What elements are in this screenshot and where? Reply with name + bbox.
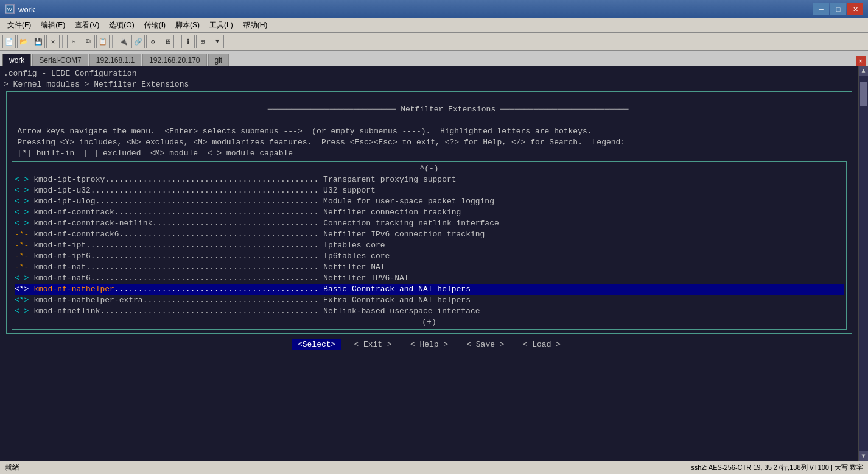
tab-work[interactable]: work <box>2 54 31 66</box>
scrollbar: ▲ ▼ <box>858 66 868 461</box>
menu-file[interactable]: 文件(F) <box>2 19 36 32</box>
nf-outer-box: ─────────────────────────── Netfilter Ex… <box>6 91 852 334</box>
menu-script[interactable]: 脚本(S) <box>170 19 205 32</box>
status-bar: 就绪 ssh2: AES-256-CTR 19, 35 27行,138列 VT1… <box>0 461 868 474</box>
nf-list-box: ^(-) < > kmod-ipt-tproxy................… <box>12 161 847 330</box>
menu-options[interactable]: 选项(O) <box>104 19 139 32</box>
tool-settings[interactable]: ⚙ <box>146 35 159 48</box>
list-item[interactable]: -*- kmod-nf-conntrack6..................… <box>15 229 844 240</box>
title-text: work <box>18 5 35 14</box>
exit-button[interactable]: < Exit > <box>348 339 397 350</box>
menu-tools[interactable]: 工具(L) <box>205 19 238 32</box>
scroll-down-indicator: (+) <box>15 317 844 328</box>
tab-ip2[interactable]: 192.168.20.170 <box>142 54 206 66</box>
menu-edit[interactable]: 编辑(E) <box>36 19 70 32</box>
menu-view[interactable]: 查看(V) <box>70 19 104 32</box>
list-item[interactable]: -*- kmod-nf-ipt.........................… <box>15 240 844 251</box>
list-item[interactable]: < > kmod-nfnetlink......................… <box>15 306 844 317</box>
list-item[interactable]: < > kmod-nf-conntrack-netlink...........… <box>15 218 844 229</box>
list-item[interactable]: <*> kmod-nf-nathelper-extra.............… <box>15 295 844 306</box>
help-text-3: [*] built-in [ ] excluded <M> module < >… <box>8 148 850 159</box>
svg-text:W: W <box>7 7 12 12</box>
scroll-up-arrow[interactable]: ▲ <box>859 66 869 76</box>
tab-close-btn[interactable]: ✕ <box>856 56 866 66</box>
tab-ip2-label: 192.168.20.170 <box>149 56 200 65</box>
entries-container: < > kmod-ipt-tproxy.....................… <box>15 174 844 317</box>
tool-new[interactable]: 📄 <box>2 35 16 48</box>
kernel-modules-path: > Kernel modules > Netfilter Extensions <box>4 79 855 90</box>
tool-paste[interactable]: 📋 <box>96 35 110 48</box>
toolbar: 📄 📂 💾 ✕ ✂ ⧉ 📋 🔌 🔗 ⚙ 🖥 ℹ ⊞ ▼ <box>0 33 868 51</box>
title-bar-left: W work <box>5 4 35 14</box>
select-button[interactable]: <Select> <box>292 339 341 350</box>
save-button[interactable]: < Save > <box>460 339 510 350</box>
scroll-thumb[interactable] <box>860 82 867 106</box>
tab-ip1-label: 192.168.1.1 <box>96 56 135 65</box>
tool-info[interactable]: ℹ <box>181 35 195 48</box>
tool-connect[interactable]: 🔌 <box>117 35 130 48</box>
tool-extra[interactable]: ▼ <box>211 35 224 48</box>
menu-bar: 文件(F) 编辑(E) 查看(V) 选项(O) 传输(I) 脚本(S) 工具(L… <box>0 18 868 33</box>
scroll-track <box>859 76 868 451</box>
help-button[interactable]: < Help > <box>404 339 454 350</box>
title-bar-controls: ─ □ ✕ <box>813 3 863 15</box>
tool-layout[interactable]: ⊞ <box>196 35 209 48</box>
tool-session[interactable]: 🖥 <box>161 35 174 48</box>
separator-3 <box>177 35 179 48</box>
title-bar: W work ─ □ ✕ <box>0 0 868 18</box>
tool-close[interactable]: ✕ <box>46 35 60 48</box>
menu-help[interactable]: 帮助(H) <box>238 19 273 32</box>
tab-work-label: work <box>9 56 24 65</box>
tool-cut[interactable]: ✂ <box>67 35 80 48</box>
list-item[interactable]: -*- kmod-nf-ipt6........................… <box>15 251 844 262</box>
scroll-up-indicator: ^(-) <box>15 163 844 174</box>
tool-copy[interactable]: ⧉ <box>82 35 95 48</box>
list-item[interactable]: < > kmod-ipt-tproxy.....................… <box>15 174 844 185</box>
config-title: .config - LEDE Configuration <box>4 68 855 79</box>
list-item[interactable]: < > kmod-ipt-u32........................… <box>15 185 844 196</box>
help-text-1: Arrow keys navigate the menu. <Enter> se… <box>8 126 850 137</box>
tool-save[interactable]: 💾 <box>32 35 45 48</box>
tab-serial[interactable]: Serial-COM7 <box>32 54 88 66</box>
nf-section-title: ─────────────────────────── Netfilter Ex… <box>8 93 850 126</box>
main-area: .config - LEDE Configuration > Kernel mo… <box>0 66 868 461</box>
minimize-button[interactable]: ─ <box>813 3 829 15</box>
tabs-bar: work Serial-COM7 192.168.1.1 192.168.20.… <box>0 51 868 66</box>
maximize-button[interactable]: □ <box>830 3 846 15</box>
tab-git-label: git <box>215 56 223 65</box>
terminal[interactable]: .config - LEDE Configuration > Kernel mo… <box>0 66 858 461</box>
tool-open[interactable]: 📂 <box>17 35 30 48</box>
menu-transfer[interactable]: 传输(I) <box>139 19 170 32</box>
list-item[interactable]: < > kmod-nf-conntrack...................… <box>15 207 844 218</box>
list-item[interactable]: -*- kmod-nf-nat.........................… <box>15 262 844 273</box>
separator-1 <box>62 35 65 48</box>
button-bar: <Select> < Exit > < Help > < Save > < Lo… <box>4 339 855 350</box>
scroll-down-arrow[interactable]: ▼ <box>859 451 869 461</box>
app-icon: W <box>5 4 15 14</box>
list-item[interactable]: < > kmod-ipt-ulog.......................… <box>15 196 844 207</box>
tab-ip1[interactable]: 192.168.1.1 <box>89 54 141 66</box>
list-item[interactable]: < > kmod-nf-nat6........................… <box>15 273 844 284</box>
tabs-right: ✕ <box>856 56 866 66</box>
close-button[interactable]: ✕ <box>847 3 863 15</box>
load-button[interactable]: < Load > <box>517 339 567 350</box>
tab-serial-label: Serial-COM7 <box>39 56 81 65</box>
help-text-2: Pressing <Y> includes, <N> excludes, <M>… <box>8 137 850 148</box>
status-info: ssh2: AES-256-CTR 19, 35 27行,138列 VT100 … <box>691 463 863 472</box>
tool-disconnect[interactable]: 🔗 <box>131 35 145 48</box>
list-item[interactable]: <*> kmod-nf-nathelper...................… <box>15 284 844 295</box>
tab-git[interactable]: git <box>208 54 229 66</box>
status-ready: 就绪 <box>5 462 19 473</box>
separator-2 <box>112 35 114 48</box>
